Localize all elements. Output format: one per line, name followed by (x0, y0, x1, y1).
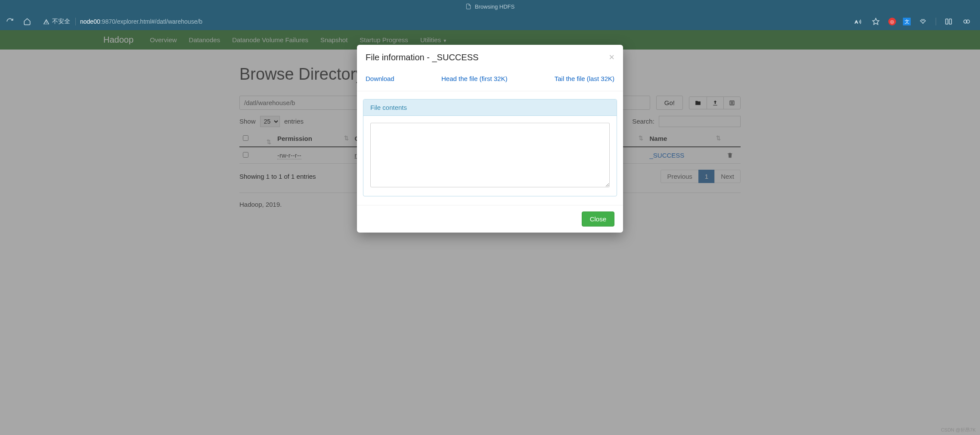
file-info-modal: File information - _SUCCESS × Download H… (357, 45, 623, 208)
security-badge: 不安全 (43, 18, 76, 25)
svg-text:A: A (855, 19, 858, 24)
head-link[interactable]: Head the file (first 32K) (441, 75, 507, 82)
tab-bar: Browsing HDFS (0, 0, 980, 13)
page-icon (465, 3, 471, 9)
home-button[interactable] (22, 16, 33, 27)
url-host: node00 (80, 18, 100, 25)
split-screen-icon[interactable] (943, 16, 954, 27)
file-contents-panel: File contents (363, 99, 617, 196)
svg-rect-3 (949, 19, 952, 24)
address-bar: 不安全 node00:9870/explorer.html#/datl/ware… (0, 13, 980, 30)
file-contents-textarea[interactable] (370, 123, 610, 187)
modal-title: File information - _SUCCESS (366, 53, 478, 62)
svg-rect-2 (946, 19, 948, 24)
copilot-icon[interactable] (961, 16, 972, 27)
tail-link[interactable]: Tail the file (last 32K) (555, 75, 614, 82)
url-box[interactable]: 不安全 node00:9870/explorer.html#/datl/ware… (39, 15, 846, 28)
translator-icon[interactable]: 文 (903, 18, 911, 25)
modal-close-x[interactable]: × (609, 52, 614, 63)
refresh-button[interactable] (4, 16, 16, 27)
modal-actions: Download Head the file (first 32K) Tail … (357, 70, 623, 91)
url-rest: :9870/explorer.html#/datl/warehouse/b (100, 18, 202, 25)
toolbar-divider (936, 18, 936, 25)
toolbar-right: A ◎ 文 (852, 16, 976, 27)
url-text: node00:9870/explorer.html#/datl/warehous… (80, 18, 202, 25)
favorite-icon[interactable] (870, 16, 881, 27)
svg-marker-1 (873, 19, 879, 25)
read-aloud-icon[interactable]: A (852, 16, 863, 27)
extensions-icon[interactable] (918, 16, 929, 27)
modal-header: File information - _SUCCESS × (357, 45, 623, 70)
panel-heading: File contents (363, 99, 617, 116)
target-icon[interactable]: ◎ (888, 18, 896, 25)
modal-footer: Close (357, 205, 623, 208)
browser-chrome: Browsing HDFS 不安全 node00:9870/explorer.h… (0, 0, 980, 30)
download-link[interactable]: Download (366, 75, 394, 82)
tab-title: Browsing HDFS (475, 3, 515, 10)
security-label: 不安全 (52, 18, 70, 25)
